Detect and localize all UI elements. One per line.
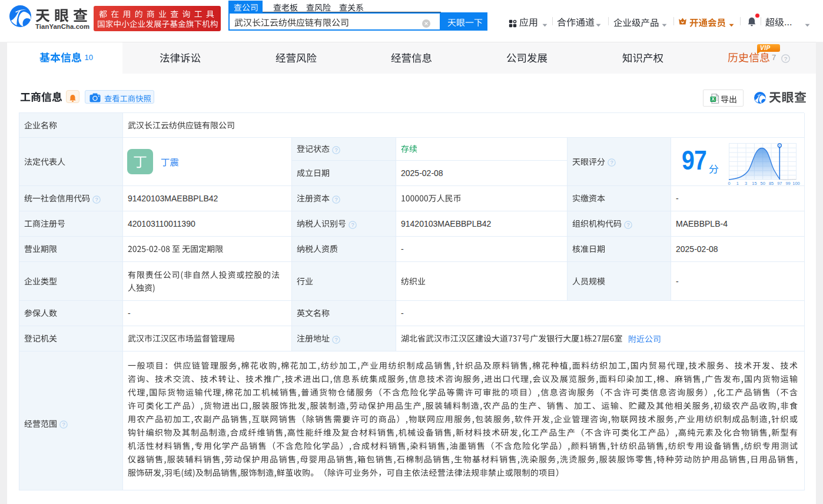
svg-text:?: ? [610,160,613,165]
svg-text:?: ? [351,222,354,228]
svg-text:97: 97 [777,181,782,186]
svg-text:?: ? [784,55,788,62]
svg-text:?: ? [95,197,98,203]
svg-text:?: ? [62,422,65,427]
svg-text:99: 99 [785,181,790,186]
svg-text:3: 3 [745,181,747,186]
svg-text:?: ? [334,197,337,203]
svg-text:?: ? [334,337,337,343]
svg-text:?: ? [334,147,337,153]
svg-text:15: 15 [752,181,756,186]
svg-text:0: 0 [728,181,730,186]
svg-text:50: 50 [760,181,765,186]
svg-text:1: 1 [736,181,738,186]
svg-text:?: ? [626,222,629,228]
svg-text:X: X [712,97,715,102]
svg-text:85: 85 [768,181,773,186]
svg-text:100: 100 [792,181,799,186]
